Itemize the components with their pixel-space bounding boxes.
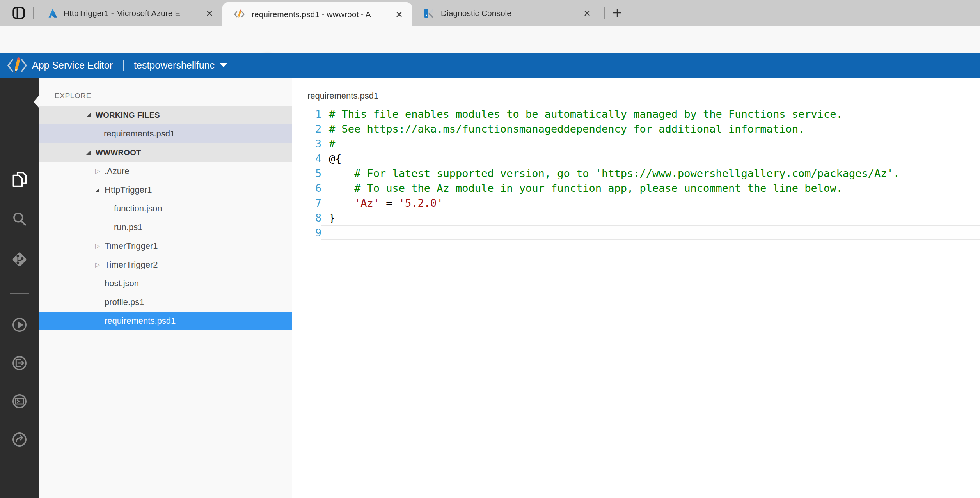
code-token-string: '5.2.0' <box>399 197 443 209</box>
explorer-file-item[interactable]: HttpTrigger1 <box>39 181 292 199</box>
section-label: WORKING FILES <box>96 111 160 120</box>
code-line[interactable]: 9 <box>292 225 980 240</box>
tab-divider <box>33 7 34 19</box>
code-token-comment: # To use the Az module in your function … <box>329 182 843 194</box>
tab-actions-menu-button[interactable] <box>11 5 27 21</box>
azure-logo-icon <box>47 8 57 18</box>
explorer-file-item[interactable]: ▷.Azure <box>39 162 292 181</box>
code-line[interactable]: 8} <box>292 211 980 225</box>
console-activity-button[interactable] <box>9 391 30 411</box>
file-label: .Azure <box>105 166 130 176</box>
main-area: EXPLORE WORKING FILESrequirements.psd1WW… <box>0 78 980 498</box>
code-area[interactable]: 1# This file enables modules to be autom… <box>292 107 980 240</box>
close-tab-icon[interactable] <box>581 7 593 19</box>
publish-icon <box>9 353 30 373</box>
run-activity-button[interactable] <box>9 315 30 335</box>
code-token-comment: # This file enables modules to be automa… <box>329 108 843 120</box>
explorer-section-header[interactable]: WWWROOT <box>39 143 292 162</box>
code-line[interactable]: 3# <box>292 136 980 151</box>
twistie-collapsed-icon[interactable]: ▷ <box>95 168 105 174</box>
file-label: HttpTrigger1 <box>105 185 152 195</box>
explorer-file-item[interactable]: function.json <box>39 199 292 218</box>
explorer-section-header[interactable]: WORKING FILES <box>39 106 292 124</box>
app-service-editor-logo-icon <box>6 56 28 75</box>
code-token-plain: = <box>380 197 399 209</box>
line-number: 2 <box>292 122 321 136</box>
explorer-file-item[interactable]: ▷TimerTrigger1 <box>39 237 292 255</box>
app-service-editor-header: App Service Editor testpowershellfunc <box>0 53 980 78</box>
search-icon <box>10 210 29 229</box>
code-line[interactable]: 7 'Az' = '5.2.0' <box>292 196 980 211</box>
twistie-expanded-icon[interactable] <box>86 151 96 155</box>
app-service-editor-icon <box>233 8 245 20</box>
search-activity-button[interactable] <box>9 209 30 230</box>
code-token-comment: # <box>329 138 335 150</box>
code-line[interactable]: 1# This file enables modules to be autom… <box>292 107 980 122</box>
line-content[interactable]: @{ <box>321 151 980 166</box>
line-number: 9 <box>292 225 321 240</box>
open-external-activity-button[interactable] <box>9 429 30 450</box>
code-line[interactable]: 6 # To use the Az module in your functio… <box>292 181 980 196</box>
tab-app-service-editor[interactable]: requirements.psd1 - wwwroot - A <box>222 2 412 26</box>
code-token-comment: # For latest supported version, go to 'h… <box>329 167 900 179</box>
git-icon <box>10 250 29 269</box>
line-content[interactable]: # For latest supported version, go to 'h… <box>321 166 980 181</box>
file-label: profile.ps1 <box>105 297 144 307</box>
header-separator <box>123 60 124 71</box>
console-icon <box>9 391 30 411</box>
code-line[interactable]: 2# See https://aka.ms/functionsmanagedde… <box>292 122 980 136</box>
line-content[interactable]: 'Az' = '5.2.0' <box>321 196 980 211</box>
explorer-activity-button[interactable] <box>9 170 30 190</box>
line-number: 4 <box>292 151 321 166</box>
explorer-title: EXPLORE <box>55 92 91 100</box>
explorer-file-item[interactable]: requirements.psd1 <box>39 124 292 143</box>
code-editor[interactable]: requirements.psd1 1# This file enables m… <box>292 78 980 498</box>
close-tab-icon[interactable] <box>393 9 405 20</box>
twistie-collapsed-icon[interactable]: ▷ <box>95 262 105 268</box>
line-content[interactable]: } <box>321 211 980 225</box>
tab-title: Diagnostic Console <box>441 9 579 18</box>
tab-diagnostic-console[interactable]: Diagnostic Console <box>412 0 600 26</box>
code-line[interactable]: 4@{ <box>292 151 980 166</box>
code-line[interactable]: 5 # For latest supported version, go to … <box>292 166 980 181</box>
line-content[interactable]: # This file enables modules to be automa… <box>321 107 980 122</box>
line-number: 5 <box>292 166 321 181</box>
activity-bar <box>0 78 39 498</box>
line-content[interactable]: # <box>321 136 980 151</box>
new-tab-button[interactable] <box>609 5 625 21</box>
editor-file-title: requirements.psd1 <box>307 91 378 101</box>
explorer-file-item[interactable]: profile.ps1 <box>39 293 292 312</box>
activity-bar-divider <box>10 293 29 294</box>
tab-azure-portal[interactable]: HttpTrigger1 - Microsoft Azure E <box>36 0 222 26</box>
twistie-expanded-icon[interactable] <box>95 188 105 192</box>
tab-title: HttpTrigger1 - Microsoft Azure E <box>64 9 201 18</box>
explorer-tree: WORKING FILESrequirements.psd1WWWROOT▷.A… <box>39 106 292 330</box>
file-label: function.json <box>114 204 162 214</box>
site-selector[interactable]: testpowershellfunc <box>134 60 227 71</box>
twistie-collapsed-icon[interactable]: ▷ <box>95 243 105 249</box>
tab-actions-icon <box>12 6 25 19</box>
code-token-plain: @{ <box>329 152 342 165</box>
line-content[interactable]: # To use the Az module in your function … <box>321 181 980 196</box>
line-number: 1 <box>292 107 321 122</box>
line-number: 8 <box>292 211 321 225</box>
explorer-file-item[interactable]: run.ps1 <box>39 218 292 237</box>
close-tab-icon[interactable] <box>204 7 215 19</box>
line-content[interactable]: # See https://aka.ms/functionsmanageddep… <box>321 122 980 136</box>
line-number: 7 <box>292 196 321 211</box>
app-title: App Service Editor <box>32 60 113 71</box>
explorer-file-item[interactable]: ▷TimerTrigger2 <box>39 255 292 274</box>
current-line-content[interactable] <box>321 225 980 240</box>
twistie-expanded-icon[interactable] <box>86 113 96 117</box>
explorer-file-item[interactable]: host.json <box>39 274 292 293</box>
kudu-icon <box>423 7 435 19</box>
publish-activity-button[interactable] <box>9 353 30 373</box>
tab-strip: HttpTrigger1 - Microsoft Azure E <box>0 0 980 26</box>
file-label: requirements.psd1 <box>105 316 176 326</box>
git-activity-button[interactable] <box>9 249 30 269</box>
explorer-file-item[interactable]: requirements.psd1 <box>39 312 292 330</box>
browser-window: HttpTrigger1 - Microsoft Azure E <box>0 0 980 498</box>
files-icon <box>10 170 29 190</box>
code-token-plain: } <box>329 212 335 224</box>
chevron-down-icon <box>220 63 227 67</box>
